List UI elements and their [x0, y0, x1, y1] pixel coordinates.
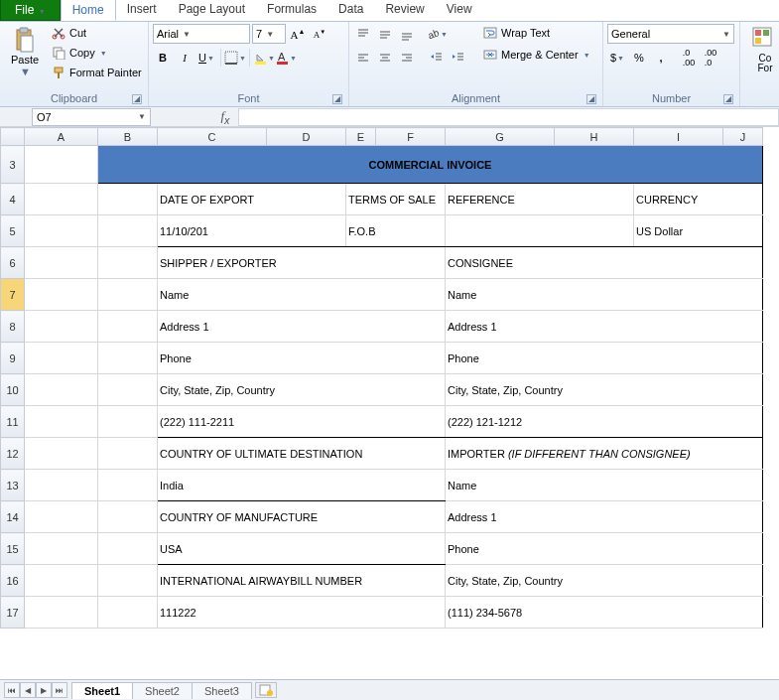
col-header[interactable]: A: [25, 128, 98, 146]
new-sheet-button[interactable]: [255, 682, 277, 698]
cell[interactable]: [25, 184, 98, 215]
cell[interactable]: [25, 247, 98, 279]
cell[interactable]: [98, 184, 158, 215]
tab-data[interactable]: Data: [327, 0, 374, 21]
cell[interactable]: City, State, Zip, Country: [446, 565, 763, 597]
sheet-tab-3[interactable]: Sheet3: [192, 682, 252, 699]
cell[interactable]: [98, 247, 158, 279]
accounting-format-button[interactable]: $▼: [607, 48, 627, 68]
cell[interactable]: [25, 406, 98, 438]
italic-button[interactable]: I: [175, 48, 195, 68]
cell[interactable]: (222) 111-2211: [158, 406, 446, 438]
align-right-button[interactable]: [397, 48, 417, 68]
underline-button[interactable]: U▼: [196, 48, 216, 68]
last-sheet-button[interactable]: ⏭: [52, 682, 67, 698]
col-header[interactable]: B: [98, 128, 158, 146]
tab-insert[interactable]: Insert: [116, 0, 168, 21]
col-header[interactable]: D: [267, 128, 346, 146]
col-header[interactable]: I: [634, 128, 723, 146]
percent-format-button[interactable]: %: [629, 48, 649, 68]
row-header[interactable]: 7: [1, 279, 25, 311]
cell[interactable]: [25, 279, 98, 311]
col-header[interactable]: F: [376, 128, 446, 146]
invoice-title[interactable]: COMMERCIAL INVOICE: [98, 146, 763, 184]
cell[interactable]: COUNTRY OF MANUFACTURE: [158, 501, 446, 533]
col-header[interactable]: G: [446, 128, 555, 146]
cell[interactable]: Name: [158, 279, 446, 311]
align-left-button[interactable]: [353, 48, 373, 68]
dialog-launcher-icon[interactable]: ◢: [132, 94, 142, 104]
cell[interactable]: [25, 533, 98, 565]
cell[interactable]: REFERENCE: [446, 184, 634, 215]
cell[interactable]: [446, 215, 634, 247]
row-header[interactable]: 8: [1, 311, 25, 343]
align-middle-button[interactable]: [375, 24, 395, 44]
row-header[interactable]: 12: [1, 438, 25, 470]
cell[interactable]: [98, 597, 158, 629]
cell[interactable]: [25, 470, 98, 501]
name-box[interactable]: O7▼: [32, 108, 151, 126]
cell[interactable]: [25, 438, 98, 470]
cell[interactable]: IMPORTER (IF DIFFERENT THAN CONSIGNEE): [446, 438, 763, 470]
col-header[interactable]: J: [723, 128, 763, 146]
cell[interactable]: [25, 215, 98, 247]
row-header[interactable]: 17: [1, 597, 25, 629]
merge-center-button[interactable]: Merge & Center ▼: [478, 46, 595, 64]
row-header[interactable]: 11: [1, 406, 25, 438]
increase-decimal-button[interactable]: .0.00: [679, 48, 699, 68]
cell[interactable]: [98, 470, 158, 501]
cell[interactable]: Address 1: [446, 311, 763, 343]
cell[interactable]: Address 1: [446, 501, 763, 533]
cell[interactable]: CONSIGNEE: [446, 247, 763, 279]
cell[interactable]: India: [158, 470, 446, 501]
cell[interactable]: COUNTRY OF ULTIMATE DESTINATION: [158, 438, 446, 470]
cut-button[interactable]: Cut: [50, 24, 144, 42]
cell[interactable]: City, State, Zip, Country: [446, 374, 763, 406]
tab-page-layout[interactable]: Page Layout: [168, 0, 256, 21]
increase-indent-button[interactable]: [449, 48, 468, 68]
font-name-select[interactable]: Arial▼: [153, 24, 250, 44]
cell[interactable]: [25, 501, 98, 533]
decrease-decimal-button[interactable]: .00.0: [701, 48, 720, 68]
paste-button[interactable]: Paste ▼: [4, 24, 46, 77]
bold-button[interactable]: B: [153, 48, 173, 68]
col-header[interactable]: E: [346, 128, 376, 146]
borders-button[interactable]: ▼: [225, 48, 245, 68]
font-size-select[interactable]: 7▼: [252, 24, 286, 44]
cell[interactable]: [25, 597, 98, 629]
fx-icon[interactable]: fx: [212, 108, 238, 126]
formula-input[interactable]: [238, 108, 779, 126]
cell[interactable]: [98, 215, 158, 247]
cell[interactable]: City, State, Zip, Country: [158, 374, 446, 406]
tab-file[interactable]: File ▼: [0, 0, 61, 21]
decrease-indent-button[interactable]: [427, 48, 447, 68]
cell[interactable]: INTERNATIONAL AIRWAYBILL NUMBER: [158, 565, 446, 597]
row-header[interactable]: 10: [1, 374, 25, 406]
col-header[interactable]: C: [158, 128, 267, 146]
cell[interactable]: CURRENCY: [634, 184, 763, 215]
cell[interactable]: DATE OF EXPORT: [158, 184, 346, 215]
row-header[interactable]: 9: [1, 343, 25, 374]
cell[interactable]: [25, 146, 98, 184]
dialog-launcher-icon[interactable]: ◢: [332, 94, 342, 104]
cell[interactable]: [98, 374, 158, 406]
cell[interactable]: [25, 374, 98, 406]
sheet-tab-1[interactable]: Sheet1: [71, 682, 133, 699]
cell[interactable]: [98, 406, 158, 438]
cell[interactable]: [25, 311, 98, 343]
tab-view[interactable]: View: [436, 0, 483, 21]
col-header[interactable]: [1, 128, 25, 146]
cell[interactable]: (111) 234-5678: [446, 597, 763, 629]
cell[interactable]: 111222: [158, 597, 446, 629]
cell[interactable]: Name: [446, 279, 763, 311]
row-header[interactable]: 6: [1, 247, 25, 279]
tab-review[interactable]: Review: [374, 0, 435, 21]
cell[interactable]: Phone: [446, 533, 763, 565]
cell[interactable]: TERMS OF SALE: [346, 184, 446, 215]
first-sheet-button[interactable]: ⏮: [4, 682, 20, 698]
dialog-launcher-icon[interactable]: ◢: [586, 94, 596, 104]
font-color-button[interactable]: A▼: [276, 48, 296, 68]
row-header[interactable]: 13: [1, 470, 25, 501]
cell[interactable]: [98, 501, 158, 533]
col-header[interactable]: H: [555, 128, 634, 146]
